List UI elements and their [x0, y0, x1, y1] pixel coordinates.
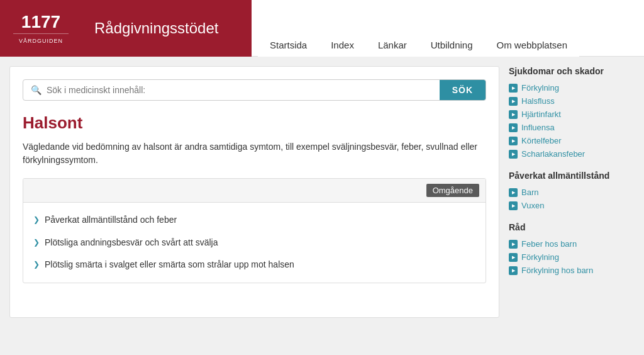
alert-item-text: Plötslig smärta i svalget eller smärta s…	[45, 259, 294, 271]
sidebar-link-icon	[509, 110, 518, 119]
search-input-wrap: 🔍	[23, 80, 435, 100]
sidebar-link-icon	[509, 97, 518, 106]
alert-box: Omgående ❯ Påverkat allmäntillstånd och …	[23, 178, 486, 283]
alert-badge: Omgående	[426, 184, 479, 197]
sidebar-section-title: Råd	[509, 222, 635, 232]
nav-tab-länkar[interactable]: Länkar	[366, 33, 419, 57]
nav-tab-index[interactable]: Index	[319, 33, 366, 57]
sidebar-link[interactable]: Scharlakansfeber	[509, 147, 635, 161]
sidebar-link-label: Influensa	[521, 123, 555, 132]
sidebar-link-icon	[509, 84, 518, 93]
alert-item-text: Plötsliga andningsbesvär och svårt att s…	[45, 237, 218, 249]
sidebar-link-icon	[509, 150, 518, 159]
sidebar-link[interactable]: Förkylning	[509, 251, 635, 264]
search-icon: 🔍	[31, 85, 42, 95]
sidebar-link[interactable]: Feber hos barn	[509, 237, 635, 251]
alert-item[interactable]: ❯ Påverkat allmäntillstånd och feber	[23, 209, 486, 232]
sidebar-link-icon	[509, 137, 518, 145]
sidebar-section-title: Sjukdomar och skador	[509, 66, 635, 76]
sidebar-link-icon	[509, 266, 518, 275]
sidebar-link[interactable]: Halsfluss	[509, 94, 635, 108]
nav-tab-startsida[interactable]: Startsida	[258, 33, 319, 57]
sidebar-link-icon	[509, 201, 518, 210]
alert-item-text: Påverkat allmäntillstånd och feber	[45, 214, 177, 227]
sidebar-link-icon	[509, 240, 518, 249]
nav-area: StartsidaIndexLänkarUtbildningOm webbpla…	[252, 0, 644, 57]
sidebar-link-icon	[509, 123, 518, 132]
sidebar-link-label: Förkylning hos barn	[521, 266, 593, 275]
main-wrapper: 🔍 SÖK Halsont Vägledande vid bedömning a…	[0, 57, 644, 327]
sidebar: Sjukdomar och skador Förkylning Halsflus…	[509, 66, 635, 318]
nav-tab-utbildning[interactable]: Utbildning	[419, 33, 485, 57]
search-area: 🔍 SÖK	[23, 79, 486, 101]
sidebar-link[interactable]: Förkylning	[509, 81, 635, 94]
sidebar-link-label: Förkylning	[521, 252, 559, 262]
search-button[interactable]: SÖK	[440, 80, 486, 100]
nav-tab-om-webbplatsen[interactable]: Om webbplatsen	[485, 33, 580, 57]
sidebar-link[interactable]: Körtelfeber	[509, 134, 635, 147]
content-card: 🔍 SÖK Halsont Vägledande vid bedömning a…	[9, 66, 499, 318]
alert-items-list: ❯ Påverkat allmäntillstånd och feber❯ Pl…	[23, 203, 486, 283]
sidebar-section-title: Påverkat allmäntillstånd	[509, 171, 635, 181]
search-input[interactable]	[47, 85, 427, 95]
sidebar-link-icon	[509, 253, 518, 262]
sidebar-link-icon	[509, 188, 518, 197]
sidebar-link-label: Scharlakansfeber	[521, 149, 585, 159]
site-title: Rådgivningsstödet	[94, 20, 218, 37]
header: 1177 VÅRDGUIDEN Rådgivningsstödet Starts…	[0, 0, 644, 57]
sidebar-link-label: Hjärtinfarkt	[521, 110, 561, 119]
sidebar-link-label: Förkylning	[521, 83, 559, 93]
sidebar-link-label: Vuxen	[521, 201, 544, 210]
sidebar-link[interactable]: Influensa	[509, 121, 635, 134]
sidebar-link[interactable]: Hjärtinfarkt	[509, 108, 635, 121]
sidebar-link-label: Körtelfeber	[521, 136, 562, 145]
logo-number: 1177	[21, 13, 60, 31]
alert-header: Omgående	[23, 179, 486, 203]
sidebar-link[interactable]: Barn	[509, 186, 635, 199]
chevron-right-icon: ❯	[33, 238, 40, 247]
sidebar-link-label: Barn	[521, 188, 538, 197]
chevron-right-icon: ❯	[33, 215, 40, 224]
logo-sub: VÅRDGUIDEN	[19, 38, 63, 44]
alert-item[interactable]: ❯ Plötslig smärta i svalget eller smärta…	[23, 254, 486, 276]
page-title: Halsont	[23, 113, 486, 133]
sidebar-link[interactable]: Förkylning hos barn	[509, 264, 635, 277]
sidebar-link[interactable]: Vuxen	[509, 199, 635, 212]
logo-divider	[13, 33, 69, 34]
logo-area: 1177 VÅRDGUIDEN	[0, 0, 82, 57]
sidebar-link-label: Feber hos barn	[521, 239, 577, 249]
sidebar-link-label: Halsfluss	[521, 96, 555, 106]
site-title-area: Rådgivningsstödet	[82, 0, 252, 57]
page-description: Vägledande vid bedömning av halsont är a…	[23, 140, 486, 167]
sidebar-section: Sjukdomar och skador Förkylning Halsflus…	[509, 66, 635, 161]
sidebar-section: Påverkat allmäntillstånd Barn Vuxen	[509, 171, 635, 212]
chevron-right-icon: ❯	[33, 260, 40, 269]
sidebar-section: Råd Feber hos barn Förkylning Förkylning…	[509, 222, 635, 277]
alert-item[interactable]: ❯ Plötsliga andningsbesvär och svårt att…	[23, 232, 486, 254]
